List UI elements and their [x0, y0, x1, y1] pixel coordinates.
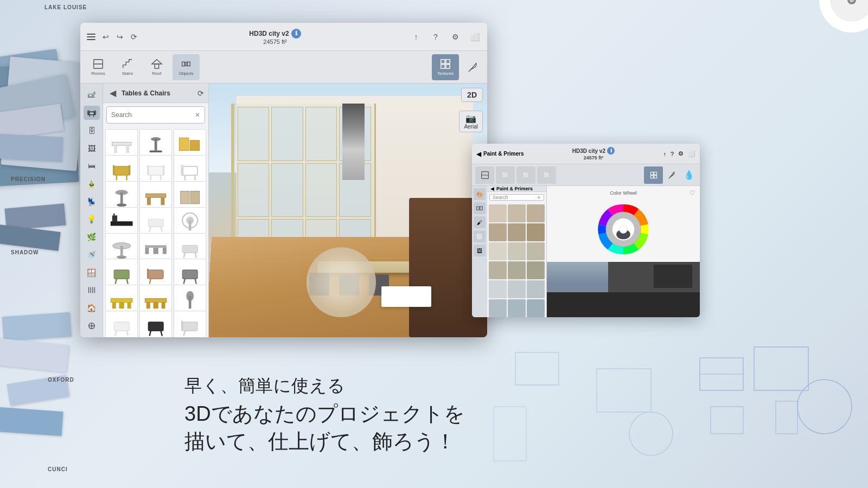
color-swatch[interactable] — [489, 242, 507, 260]
back-button[interactable]: ◀ — [107, 88, 118, 99]
sec-side-icon-5[interactable]: 🖼 — [474, 245, 486, 256]
sec-cat-roof[interactable]: ⬜ — [516, 166, 535, 184]
sidebar-icon-chair[interactable] — [84, 106, 100, 120]
blueprint-sketch-furniture — [488, 325, 705, 488]
sidebar-icon-bath[interactable]: 🚿 — [84, 247, 100, 262]
svg-rect-125 — [776, 401, 797, 434]
cat-btn-objects[interactable]: Objects — [173, 54, 200, 80]
sec-help-btn[interactable]: ? — [671, 151, 674, 157]
refresh-panel-btn[interactable]: ⟳ — [197, 89, 204, 98]
color-swatch[interactable] — [527, 242, 545, 260]
object-item[interactable] — [105, 311, 138, 337]
sec-textures-btn[interactable] — [644, 166, 663, 184]
sec-expand-btn[interactable]: ⬜ — [688, 150, 695, 157]
btn-2d[interactable]: 2D — [461, 88, 483, 102]
color-swatch[interactable] — [489, 223, 507, 241]
sec-cat-stairs[interactable]: ⬜ — [496, 166, 515, 184]
svg-rect-77 — [163, 248, 167, 254]
svg-line-105 — [161, 331, 162, 336]
cat-btn-textures[interactable]: Textures — [432, 54, 459, 80]
object-item[interactable] — [174, 311, 206, 337]
sec-side-icon-4[interactable]: ⬜ — [474, 230, 486, 242]
brush-tool[interactable] — [463, 54, 483, 80]
svg-line-104 — [149, 331, 150, 336]
sec-info-badge[interactable]: ℹ — [607, 147, 615, 155]
svg-rect-114 — [654, 175, 656, 178]
sec-back-btn[interactable]: ◀ — [476, 150, 481, 158]
btn-aerial[interactable]: 📷 Aerial — [459, 111, 483, 132]
svg-line-89 — [195, 279, 196, 284]
sidebar-icon-decor[interactable]: 🎍 — [84, 177, 100, 191]
color-swatch[interactable] — [508, 299, 526, 317]
sidebar-icon-extra2[interactable] — [84, 318, 100, 333]
sidebar-icon-plant[interactable]: 🌿 — [84, 230, 100, 245]
sidebar-icon-bed[interactable]: 🛏 — [84, 159, 100, 174]
share-button[interactable]: ↑ — [410, 31, 422, 43]
color-swatch[interactable] — [527, 280, 545, 298]
sec-search-bar[interactable]: Search ✕ — [489, 194, 544, 201]
sec-cat-rooms[interactable] — [475, 166, 494, 184]
sec-side-icon-3[interactable]: 🖌 — [474, 216, 486, 228]
svg-rect-103 — [148, 322, 163, 331]
expand-button[interactable]: ⬜ — [469, 31, 481, 43]
color-swatch[interactable] — [527, 299, 545, 317]
undo-button[interactable]: ↩ — [100, 31, 112, 43]
furniture-sketch-right — [694, 336, 857, 445]
svg-rect-37 — [149, 150, 162, 152]
sidebar-icon-misc[interactable] — [84, 283, 100, 298]
svg-rect-12 — [155, 64, 158, 68]
help-button[interactable]: ? — [430, 31, 442, 43]
color-swatch[interactable] — [527, 223, 545, 241]
settings-button[interactable]: ⚙ — [449, 31, 461, 43]
main-content: 🛋 🗄 🖼 🛏 🎍 💺 💡 🌿 🚿 🪟 — [80, 84, 487, 337]
cat-btn-roofing[interactable]: Roof — [143, 54, 170, 80]
sidebar-icon-chair2[interactable]: 💺 — [84, 194, 100, 209]
sidebar-icon-art[interactable]: 🖼 — [84, 141, 100, 156]
menu-button[interactable] — [87, 34, 95, 40]
sec-share-btn[interactable]: ↑ — [663, 151, 666, 157]
color-swatch[interactable] — [489, 280, 507, 298]
svg-point-124 — [797, 380, 852, 434]
sidebar-icon-sofa[interactable]: 🛋 — [84, 88, 100, 102]
sec-side-icon-2[interactable] — [474, 202, 486, 214]
color-swatch[interactable] — [527, 204, 545, 222]
sec-cat-objects[interactable]: ⬜ — [537, 166, 556, 184]
sec-panel-back[interactable]: ◀ — [490, 186, 494, 191]
search-clear-btn[interactable]: ✕ — [195, 111, 200, 119]
color-swatch[interactable] — [508, 223, 526, 241]
sidebar-icon-extra[interactable]: 🏠 — [84, 301, 100, 316]
color-swatch[interactable] — [508, 280, 526, 298]
svg-rect-95 — [146, 303, 150, 309]
sync-button[interactable]: ⟳ — [128, 31, 140, 43]
svg-rect-57 — [145, 194, 165, 197]
color-swatch[interactable] — [508, 204, 526, 222]
cat-btn-staircase[interactable]: Stairs — [114, 54, 141, 80]
svg-rect-5 — [597, 369, 651, 412]
sec-side-icon-1[interactable]: 🎨 — [474, 188, 486, 200]
redo-button[interactable]: ↪ — [114, 31, 126, 43]
search-input[interactable] — [111, 111, 193, 119]
sec-left-sidebar: 🎨 🖌 ⬜ 🖼 — [472, 186, 487, 317]
sidebar-icon-lamp[interactable]: 💡 — [84, 212, 100, 227]
sec-eyedrop-btn[interactable]: 💧 — [681, 168, 697, 183]
heart-button[interactable]: ♡ — [690, 189, 695, 197]
sidebar-icon-storage[interactable]: 🗄 — [84, 123, 100, 138]
sec-settings-btn[interactable]: ⚙ — [678, 150, 684, 157]
color-wheel[interactable] — [593, 200, 653, 259]
sec-search-clear[interactable]: ✕ — [537, 195, 541, 200]
color-swatch[interactable] — [489, 261, 507, 279]
object-item[interactable] — [139, 311, 172, 337]
swatch-label-lake-louise: LAKE LOUISE — [44, 4, 87, 10]
color-swatch[interactable] — [527, 261, 545, 279]
sidebar-icon-window[interactable]: 🪟 — [84, 265, 100, 280]
cat-btn-rooms[interactable]: Rooms — [85, 54, 112, 80]
color-swatch[interactable] — [508, 242, 526, 260]
color-swatch[interactable] — [508, 261, 526, 279]
svg-rect-106 — [182, 322, 197, 331]
sec-brush-btn[interactable] — [665, 168, 680, 183]
round-rug — [307, 247, 376, 317]
color-swatch[interactable] — [489, 204, 507, 222]
info-badge[interactable]: ℹ — [291, 29, 301, 38]
color-wheel-label: Color Wheel — [610, 190, 637, 196]
color-swatch[interactable] — [489, 299, 507, 317]
